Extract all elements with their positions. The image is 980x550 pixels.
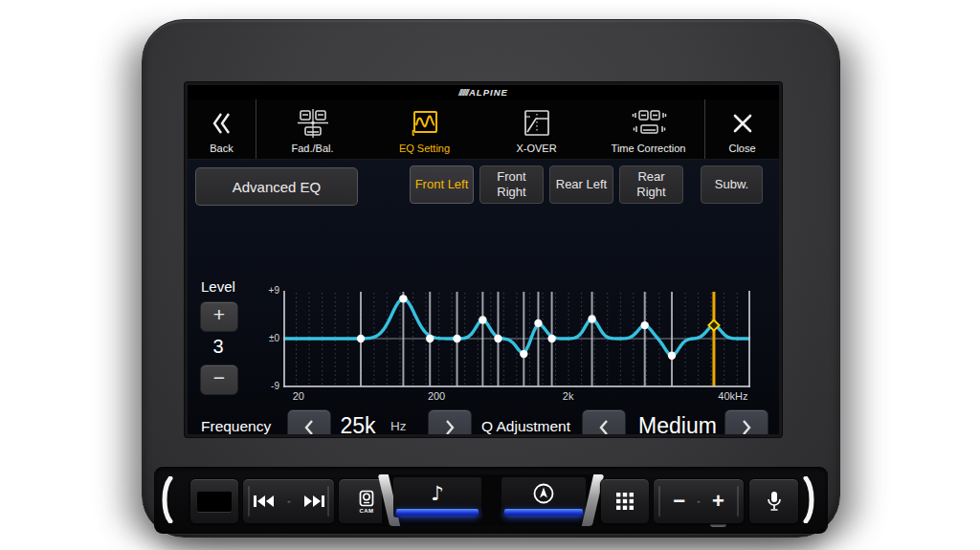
q-value: Medium [634, 413, 722, 434]
channel-front-left[interactable]: Front Left [410, 165, 474, 204]
eq-setting-panel: Advanced EQ Front Left Front Right Rear … [188, 160, 779, 434]
time-correction-icon [630, 108, 668, 139]
volume-rocker-button[interactable]: − + [653, 478, 745, 524]
eq-curve-plot[interactable] [283, 291, 750, 387]
button-divider-dot [287, 499, 291, 503]
blue-illumination-bar [396, 509, 479, 516]
hardware-button-strip: CAM ♪ [154, 467, 828, 534]
x-axis-tick: 200 [428, 390, 445, 402]
menu-button[interactable] [600, 478, 650, 524]
tab-eq-setting[interactable]: EQ Setting [368, 99, 480, 159]
channel-rear-left[interactable]: Rear Left [549, 165, 613, 204]
eq-wave-icon [411, 108, 439, 139]
q-adjustment-label: Q Adjustment [481, 418, 570, 434]
channel-front-right[interactable]: Front Right [479, 165, 544, 204]
menu-grid-icon [616, 493, 634, 510]
center-soft-button-panel: ♪ [382, 474, 600, 526]
tab-fad-bal[interactable]: Fad./Bal. [256, 99, 368, 159]
close-x-icon [732, 108, 753, 139]
level-decrease-button[interactable]: − [200, 364, 238, 395]
blue-illumination-bar [504, 509, 583, 516]
left-chrome-accent [158, 476, 173, 523]
level-value: 3 [200, 336, 236, 358]
frequency-value: 25k [333, 413, 383, 434]
alpine-logo: //////ALPINE [458, 87, 508, 98]
voice-control-button[interactable] [748, 478, 799, 524]
tab-x-over[interactable]: X-OVER [480, 99, 592, 159]
level-label: Level [201, 278, 235, 295]
next-track-icon[interactable] [302, 494, 325, 509]
close-button[interactable]: Close [704, 99, 779, 159]
touchscreen: //////ALPINE Back [185, 82, 782, 437]
channel-rear-right[interactable]: Rear Right [619, 165, 683, 204]
chevron-right-icon [741, 419, 752, 434]
frequency-label: Frequency [201, 418, 271, 434]
y-axis-label-plus9: +9 [255, 285, 279, 296]
channel-subwoofer[interactable]: Subw. [701, 165, 763, 204]
media-slot-button[interactable] [189, 478, 239, 524]
media-slot-icon [197, 492, 232, 512]
frequency-unit: Hz [390, 419, 407, 433]
camera-button-label: CAM [359, 508, 373, 514]
x-axis-tick: 40kHz [718, 390, 747, 402]
x-axis-labels: 202002k40kHz [283, 390, 750, 404]
previous-track-icon[interactable] [253, 494, 276, 509]
button-divider-dot [697, 499, 701, 503]
right-chrome-accent [803, 476, 818, 523]
music-source-button[interactable]: ♪ [393, 477, 481, 517]
x-axis-tick: 20 [293, 390, 304, 402]
adjustment-row: Frequency 25k Hz Q Adjustment [188, 407, 779, 434]
crossover-icon [523, 108, 551, 139]
level-increase-button[interactable]: + [200, 301, 238, 332]
music-note-icon: ♪ [431, 482, 443, 505]
chevron-left-icon [303, 419, 315, 434]
track-skip-button[interactable] [242, 478, 335, 524]
camera-icon [358, 490, 375, 507]
tab-time-correction[interactable]: Time Correction [592, 99, 704, 159]
logo-bar: //////ALPINE [188, 85, 779, 99]
back-chevrons-icon [211, 108, 234, 139]
back-button[interactable]: Back [188, 99, 256, 159]
volume-up-icon[interactable]: + [712, 489, 724, 514]
chevron-left-icon [598, 419, 610, 434]
x-axis-tick: 2k [563, 390, 574, 402]
q-prev-button[interactable] [582, 409, 626, 434]
channel-selector: Front Left Front Right Rear Left Rear Ri… [410, 165, 763, 204]
q-next-button[interactable] [724, 409, 768, 434]
chevron-right-icon [444, 419, 456, 434]
y-axis-label-minus9: -9 [255, 381, 279, 391]
head-unit-device: //////ALPINE Back [142, 19, 840, 538]
fader-balance-icon [297, 108, 329, 139]
navigation-button[interactable] [501, 477, 586, 517]
advanced-eq-button[interactable]: Advanced EQ [195, 167, 358, 206]
navigation-compass-icon [532, 482, 555, 505]
microphone-icon [767, 491, 782, 512]
frequency-prev-button[interactable] [287, 409, 331, 434]
y-axis-label-zero: ±0 [255, 333, 279, 343]
frequency-next-button[interactable] [428, 409, 472, 434]
volume-down-icon[interactable]: − [673, 489, 685, 514]
settings-tab-bar: Back [188, 99, 779, 160]
product-photo-stage: //////ALPINE Back [0, 0, 980, 550]
